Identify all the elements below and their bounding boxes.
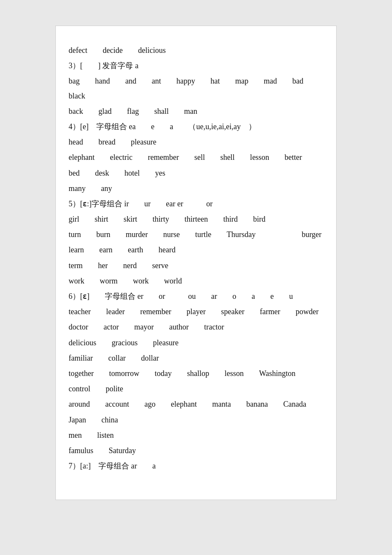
- content-line: famulus Saturday: [69, 443, 323, 458]
- content-line: term her nerd serve: [69, 258, 323, 273]
- content-line: turn burn murder nurse turtle Thursday b…: [69, 227, 323, 242]
- content-line: 4）[e] 字母组合 ea e a （ue,u,ie,ai,ei,ay ）: [69, 119, 323, 134]
- content-line: girl shirt skirt thirty thirteen third b…: [69, 212, 323, 226]
- content-line: bed desk hotel yes: [69, 166, 323, 180]
- content-line: around account ago elephant manta banana…: [69, 397, 323, 411]
- content-line: delicious gracious pleasure: [69, 335, 323, 350]
- content-line: elephant electric remember sell shell le…: [69, 150, 323, 165]
- main-content-box: defect decide delicious3）[ ] 发音字母 abag h…: [55, 26, 337, 500]
- content-line: 5）[ɛ:]字母组合 ir ur ear er or: [69, 197, 323, 211]
- content-line: 6）[ɛ] 字母组合 er or ou ar o a e u: [69, 289, 323, 304]
- content-line: back glad flag shall man: [69, 104, 323, 119]
- content-line: control polite: [69, 382, 323, 396]
- content-line: familiar collar dollar: [69, 351, 323, 365]
- content-line: learn earn earth heard: [69, 243, 323, 257]
- content-line: work worm work world: [69, 274, 323, 288]
- content-line: Japan china: [69, 413, 323, 427]
- content-line: 3）[ ] 发音字母 a: [69, 58, 323, 73]
- content-line: bag hand and ant happy hat map mad bad b…: [69, 74, 323, 103]
- content-line: 7）[a:] 字母组合 ar a: [69, 459, 323, 473]
- content-line: doctor actor mayor author tractor: [69, 320, 323, 334]
- content-line: teacher leader remember player speaker f…: [69, 304, 323, 319]
- content-line: together tomorrow today shallop lesson W…: [69, 366, 323, 381]
- content-line: defect decide delicious: [69, 43, 323, 58]
- content-line: men listen: [69, 428, 323, 442]
- content-line: head bread pleasure: [69, 135, 323, 149]
- content-line: many any: [69, 181, 323, 196]
